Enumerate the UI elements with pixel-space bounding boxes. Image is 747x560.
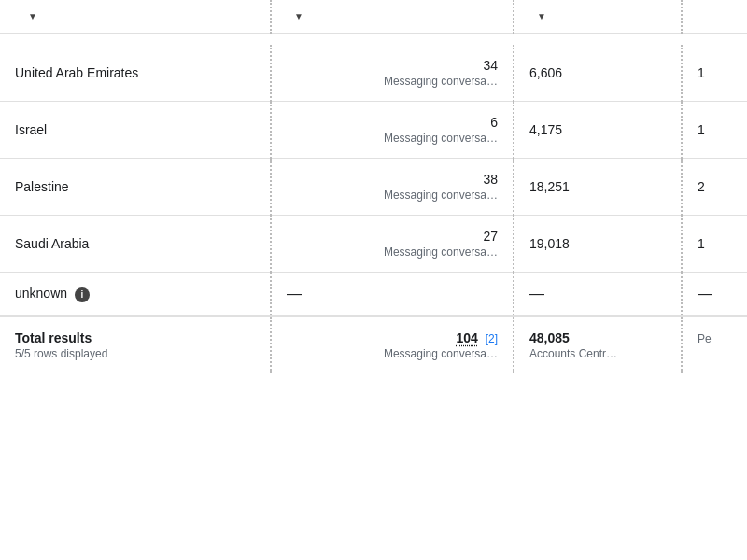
country-name-2: Palestine: [15, 179, 69, 194]
country-name-3: Saudi Arabia: [15, 236, 89, 251]
country-cell-3: Saudi Arabia: [0, 216, 271, 273]
total-results-bracket: [2]: [486, 332, 498, 345]
extra-column-header[interactable]: [682, 0, 747, 34]
unknown-country-cell: unknown i: [0, 273, 271, 317]
extra-value-1: 1: [698, 122, 705, 137]
country-cell-1: Israel: [0, 102, 271, 159]
total-results-number: 104: [456, 330, 477, 345]
results-sublabel-2: Messaging conversa…: [287, 189, 498, 202]
results-number-1: 6: [287, 115, 498, 130]
reach-dropdown-icon[interactable]: ▼: [537, 11, 546, 21]
extra-cell-0: 1: [682, 45, 747, 102]
analytics-table: ▼ ▼ ▼: [0, 0, 747, 373]
country-cell-0: United Arab Emirates: [0, 45, 271, 102]
results-dropdown-icon[interactable]: ▼: [294, 11, 303, 21]
results-cell-3: 27 Messaging conversa…: [271, 216, 514, 273]
total-label-cell: Total results 5/5 rows displayed: [0, 316, 271, 373]
unknown-results-cell: —: [271, 273, 514, 317]
reach-value-3: 19,018: [529, 236, 570, 251]
results-cell-0: 34 Messaging conversa…: [271, 45, 514, 102]
unknown-reach-cell: —: [514, 273, 682, 317]
unknown-reach-dash: —: [529, 286, 544, 301]
unknown-extra-dash: —: [698, 286, 712, 301]
total-reach-cell: 48,085 Accounts Centr…: [514, 316, 682, 373]
table-row: United Arab Emirates 34 Messaging conver…: [0, 45, 747, 102]
results-cell-1: 6 Messaging conversa…: [271, 102, 514, 159]
extra-cell-1: 1: [682, 102, 747, 159]
total-reach-value: 48,085: [529, 330, 666, 345]
extra-value-3: 1: [698, 236, 705, 251]
results-column-header[interactable]: ▼: [271, 0, 514, 34]
results-number-2: 38: [287, 172, 498, 187]
country-cell-2: Palestine: [0, 159, 271, 216]
unknown-results-dash: —: [287, 286, 302, 301]
reach-cell-0: 6,606: [514, 45, 682, 102]
reach-column-header[interactable]: ▼: [514, 0, 682, 34]
unknown-row: unknown i — — —: [0, 273, 747, 317]
country-name-1: Israel: [15, 122, 47, 137]
total-extra-cell: Pe: [682, 316, 747, 373]
reach-cell-1: 4,175: [514, 102, 682, 159]
results-sublabel-1: Messaging conversa…: [287, 132, 498, 145]
total-results-cell: 104 [2] Messaging conversa…: [271, 316, 514, 373]
reach-value-1: 4,175: [529, 122, 562, 137]
extra-value-2: 2: [698, 179, 705, 194]
total-label: Total results: [15, 330, 255, 345]
reach-cell-2: 18,251: [514, 159, 682, 216]
results-cell-2: 38 Messaging conversa…: [271, 159, 514, 216]
reach-value-0: 6,606: [529, 65, 562, 80]
total-reach-sub: Accounts Centr…: [529, 347, 666, 360]
extra-value-0: 1: [698, 65, 705, 80]
unknown-extra-cell: —: [682, 273, 747, 317]
total-sublabel: 5/5 rows displayed: [15, 347, 255, 360]
results-sublabel-0: Messaging conversa…: [287, 75, 498, 88]
reach-cell-3: 19,018: [514, 216, 682, 273]
spacer-row: [0, 34, 747, 46]
table-header: ▼ ▼ ▼: [0, 0, 747, 34]
extra-cell-3: 1: [682, 216, 747, 273]
reach-value-2: 18,251: [529, 179, 570, 194]
total-row: Total results 5/5 rows displayed 104 [2]…: [0, 316, 747, 373]
table-row: Saudi Arabia 27 Messaging conversa… 19,0…: [0, 216, 747, 273]
total-results-sub: Messaging conversa…: [287, 347, 498, 360]
country-column-header[interactable]: ▼: [0, 0, 271, 34]
country-dropdown-icon[interactable]: ▼: [28, 11, 37, 21]
extra-cell-2: 2: [682, 159, 747, 216]
results-sublabel-3: Messaging conversa…: [287, 245, 498, 259]
unknown-label: unknown: [15, 286, 67, 301]
total-extra-value: Pe: [698, 332, 712, 345]
table-row: Palestine 38 Messaging conversa… 18,251 …: [0, 159, 747, 216]
results-number-0: 34: [287, 58, 498, 73]
results-number-3: 27: [287, 229, 498, 244]
country-name-0: United Arab Emirates: [15, 65, 138, 80]
info-icon[interactable]: i: [75, 287, 90, 302]
table-row: Israel 6 Messaging conversa… 4,175 1: [0, 102, 747, 159]
